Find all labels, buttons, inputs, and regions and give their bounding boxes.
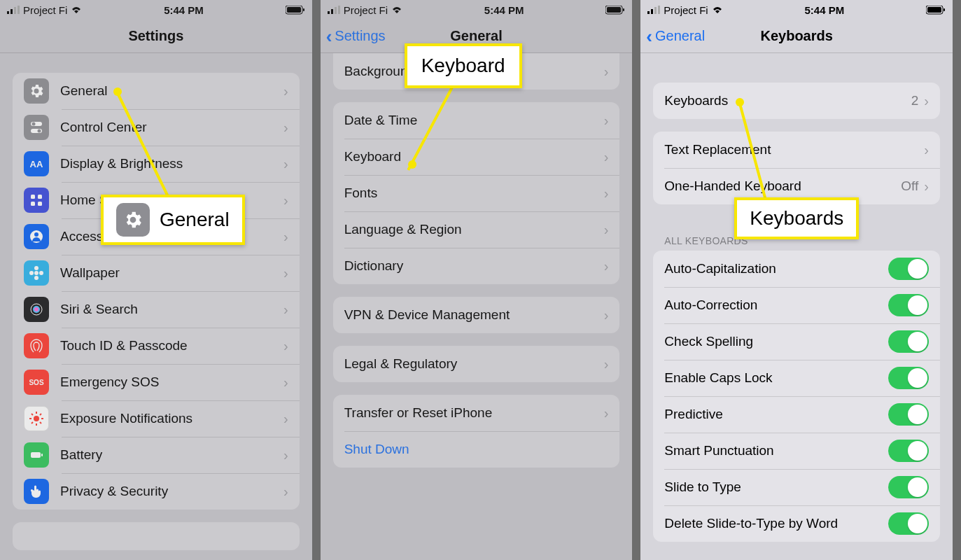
svg-point-22 [39,271,43,275]
chevron-right-icon: › [924,178,929,195]
settings-row-privacy-security[interactable]: Privacy & Security› [13,473,300,510]
row-label: Enable Caps Lock [664,370,888,386]
kb-row-one-handed-keyboard[interactable]: One-Handed KeyboardOff› [653,168,940,204]
toggle-switch[interactable] [888,440,929,462]
nav-bar: Settings [0,20,312,53]
svg-point-20 [34,276,38,280]
wifi-icon [712,6,723,14]
svg-text:SOS: SOS [29,379,43,386]
svg-rect-39 [331,9,333,14]
back-button[interactable]: ‹ General [646,27,705,46]
settings-row-emergency-sos[interactable]: SOSEmergency SOS› [13,364,300,400]
row-value: 2 [911,93,919,108]
chevron-right-icon: › [283,192,288,209]
settings-row-touch-id-passcode[interactable]: Touch ID & Passcode› [13,328,300,364]
chevron-right-icon: › [283,156,288,172]
chevron-right-icon: › [283,302,288,318]
toggle-switch[interactable] [888,403,929,426]
row-label: Accessibility [60,229,283,244]
toggle-switch[interactable] [888,476,929,498]
svg-rect-1 [10,9,13,14]
toggle-switch[interactable] [888,330,929,353]
svg-rect-51 [944,8,945,11]
kb-row-auto-capitalization[interactable]: Auto-Capitalization [653,251,940,287]
chevron-right-icon: › [604,222,609,238]
general-row-vpn-device-management[interactable]: VPN & Device Management› [333,297,620,333]
svg-line-33 [40,422,41,424]
svg-rect-46 [651,9,653,14]
row-label: Privacy & Security [60,484,283,499]
nav-bar: ‹ Settings General [321,20,633,53]
general-row-dictionary[interactable]: Dictionary› [333,248,620,284]
gear-icon [24,78,49,104]
person-icon [24,224,49,249]
svg-point-27 [34,416,39,421]
row-label: Text Replacement [664,142,924,158]
general-row-shut-down[interactable]: Shut Down [333,431,620,468]
settings-list[interactable]: General›Control Center›AADisplay & Brigh… [0,53,312,560]
kb-row-text-replacement[interactable]: Text Replacement› [653,132,940,168]
row-label: Emergency SOS [60,374,283,390]
kb-row-slide-to-type[interactable]: Slide to Type [653,469,940,505]
kb-row-predictive[interactable]: Predictive [653,396,940,433]
kb-row-delete-slide-to-type-by-word[interactable]: Delete Slide-to-Type by Word [653,505,940,542]
row-label: One-Handed Keyboard [664,178,901,194]
svg-rect-2 [14,7,16,14]
toggle-switch[interactable] [888,512,929,535]
row-label: Auto-Capitalization [664,261,888,276]
svg-point-18 [34,271,38,275]
general-row-background-app-refresh[interactable]: Background App Refresh› [333,53,620,90]
svg-point-10 [38,130,41,133]
toggle-switch[interactable] [888,294,929,316]
svg-rect-14 [31,202,35,206]
row-label: Touch ID & Passcode [60,338,283,354]
back-button[interactable]: ‹ Settings [326,27,386,46]
row-label: Fonts [344,186,604,201]
row-label: Keyboards [664,93,911,108]
siri-icon [24,297,49,322]
general-list[interactable]: Background App Refresh›Date & Time›Keybo… [321,53,633,560]
chevron-right-icon: › [283,338,288,354]
general-row-transfer-or-reset-iphone[interactable]: Transfer or Reset iPhone› [333,395,620,431]
general-row-keyboard[interactable]: Keyboard› [333,139,620,175]
kb-row-auto-correction[interactable]: Auto-Correction [653,287,940,323]
settings-row-control-center[interactable]: Control Center› [13,109,300,146]
general-row-language-region[interactable]: Language & Region› [333,211,620,248]
sliders-icon [24,115,49,140]
general-row-fonts[interactable]: Fonts› [333,175,620,211]
svg-point-25 [34,307,38,312]
general-row-date-time[interactable]: Date & Time› [333,102,620,139]
svg-point-9 [32,122,36,126]
svg-rect-47 [654,7,657,14]
hand-icon [24,479,49,504]
kb-row-smart-punctuation[interactable]: Smart Punctuation [653,433,940,469]
kb-row-check-spelling[interactable]: Check Spelling [653,323,940,360]
settings-row-general[interactable]: General› [13,73,300,109]
svg-rect-36 [31,452,41,458]
svg-rect-45 [647,11,650,14]
chevron-right-icon: › [924,93,929,109]
svg-rect-41 [338,6,340,14]
row-label: Smart Punctuation [664,443,888,458]
svg-rect-6 [303,8,304,11]
toggle-switch[interactable] [888,367,929,389]
settings-row-display-brightness[interactable]: AADisplay & Brightness› [13,146,300,182]
settings-row-siri-search[interactable]: Siri & Search› [13,291,300,328]
svg-rect-0 [7,11,9,14]
settings-row-wallpaper[interactable]: Wallpaper› [13,255,300,291]
battery-icon [24,442,49,468]
row-label: Display & Brightness [60,156,283,172]
keyboards-list[interactable]: Keyboards2› Text Replacement›One-Handed … [640,53,953,560]
general-row-legal-regulatory[interactable]: Legal & Regulatory› [333,346,620,382]
status-time: 5:44 PM [805,4,845,16]
kb-row-enable-caps-lock[interactable]: Enable Caps Lock [653,360,940,396]
toggle-switch[interactable] [888,258,929,280]
kb-row-keyboards[interactable]: Keyboards2› [653,83,940,119]
row-label: Exposure Notifications [60,411,283,426]
settings-row-accessibility[interactable]: Accessibility› [13,218,300,255]
chevron-right-icon: › [604,258,609,274]
settings-row-home-screen[interactable]: Home Screen› [13,182,300,218]
settings-row-battery[interactable]: Battery› [13,437,300,473]
settings-row-exposure-notifications[interactable]: Exposure Notifications› [13,400,300,437]
row-value: Off [901,178,918,194]
